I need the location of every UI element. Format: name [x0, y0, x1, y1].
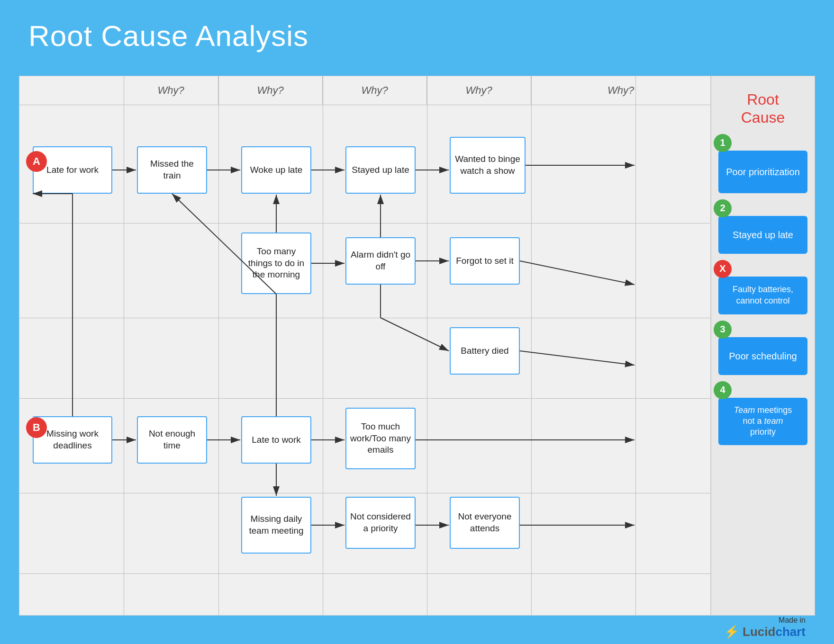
rc-badge-2: 2 [714, 199, 732, 217]
root-cause-3-container: 3 Poor scheduling [711, 323, 815, 380]
v-line-2 [218, 76, 219, 615]
box-forgot-to-set: Forgot to set it [450, 237, 520, 285]
h-line-1 [19, 105, 710, 105]
rc-badge-x: X [714, 260, 732, 278]
h-line-2 [19, 223, 710, 224]
box-not-enough-time: Not enough time [137, 416, 207, 464]
v-line-6 [635, 76, 636, 615]
watermark-chart: chart [775, 625, 806, 639]
diagram-area: Why? Why? Why? Why? Why? A B Late for wo… [19, 76, 711, 616]
svg-line-14 [381, 318, 449, 351]
v-line-3 [323, 76, 323, 615]
box-woke-up-late: Woke up late [241, 146, 311, 194]
h-line-3 [19, 318, 710, 318]
box-wanted-to-binge: Wanted to binge watch a show [450, 137, 526, 194]
box-too-many-things: Too many things to do in the morning [241, 233, 311, 294]
row-label-B: B [26, 417, 47, 438]
v-line-5 [531, 76, 532, 615]
main-content: Why? Why? Why? Why? Why? A B Late for wo… [19, 76, 815, 616]
root-cause-4-container: 4 Team meetingsnot a teampriority [711, 384, 815, 450]
h-line-6 [19, 573, 710, 574]
box-missed-the-train: Missed the train [137, 146, 207, 194]
root-cause-panel: RootCause 1 Poor prioritization 2 Stayed… [711, 76, 815, 616]
watermark-lucid: ⚡ Lucid [724, 625, 776, 639]
rc-box-3: Poor scheduling [718, 337, 807, 375]
box-not-everyone-attends: Not everyone attends [450, 497, 520, 549]
box-missing-daily-team: Missing daily team meeting [241, 497, 311, 554]
col-header-5: Why? [531, 76, 710, 105]
watermark-brand: ⚡ Lucidchart [724, 625, 806, 639]
col-header-3: Why? [323, 76, 427, 105]
box-too-much-work: Too much work/Too many emails [345, 408, 416, 469]
box-alarm-didnt-go-off: Alarm didn't go off [345, 237, 416, 285]
h-line-5 [19, 493, 710, 493]
box-late-to-work: Late to work [241, 416, 311, 464]
box-late-for-work: Late for work [33, 146, 112, 194]
root-cause-1-container: 1 Poor prioritization [711, 136, 815, 198]
rc-box-4: Team meetingsnot a teampriority [718, 398, 807, 445]
rc-badge-1: 1 [714, 134, 732, 152]
root-cause-2-container: 2 Stayed up late [711, 202, 815, 259]
watermark-made-in: Made in [779, 616, 806, 625]
col-header-2: Why? [218, 76, 323, 105]
watermark: Made in ⚡ Lucidchart [724, 616, 806, 639]
col-headers: Why? Why? Why? Why? Why? [124, 76, 710, 105]
svg-line-12 [520, 261, 635, 285]
root-cause-title: RootCause [711, 76, 815, 136]
rc-box-1: Poor prioritization [718, 151, 807, 193]
page-title: Root Cause Analysis [28, 19, 806, 53]
box-stayed-up-late: Stayed up late [345, 146, 416, 194]
rc-box-2: Stayed up late [718, 216, 807, 254]
h-line-4 [19, 398, 710, 399]
col-header-4: Why? [427, 76, 531, 105]
rc-badge-4: 4 [714, 381, 732, 399]
rc-box-x: Faulty batteries, cannot control [718, 277, 807, 314]
v-line-1 [124, 76, 124, 615]
root-cause-x-container: X Faulty batteries, cannot control [711, 262, 815, 319]
col-header-1: Why? [124, 76, 218, 105]
header: Root Cause Analysis [0, 0, 834, 67]
box-not-considered-priority: Not considered a priority [345, 497, 416, 549]
row-label-A: A [26, 151, 47, 172]
v-line-4 [427, 76, 427, 615]
rc-badge-3: 3 [714, 321, 732, 339]
box-battery-died: Battery died [450, 327, 520, 375]
svg-line-15 [520, 351, 635, 365]
